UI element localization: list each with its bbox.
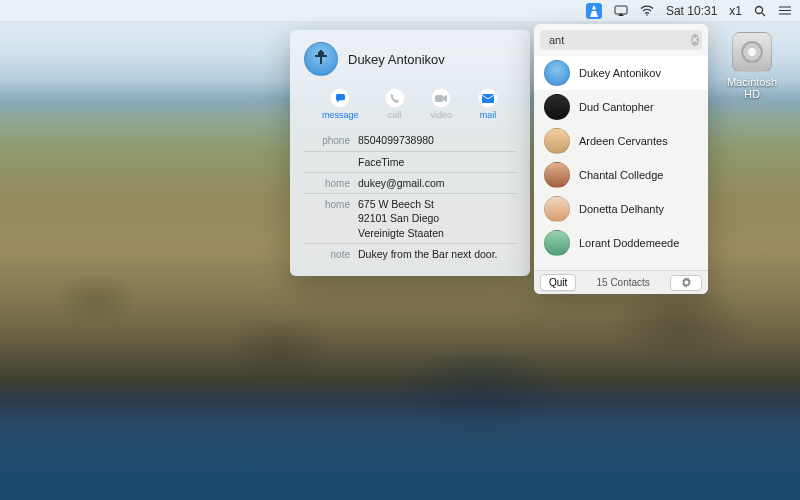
contacts-list: Dukey Antonikov Dud Cantopher Ardeen Cer… (534, 56, 708, 270)
desktop: Sat 10:31 x1 Macintosh HD ✕ Dukey Antoni… (0, 0, 800, 500)
field-label: phone (304, 133, 350, 148)
menubar-clock[interactable]: Sat 10:31 (666, 0, 717, 21)
field-value[interactable]: 675 W Beech St 92101 San Diego Vereinigt… (358, 197, 516, 240)
video-action[interactable]: video (431, 88, 453, 120)
field-row: FaceTime (304, 151, 516, 172)
contacts-popover: ✕ Dukey Antonikov Dud Cantopher Ardeen C… (534, 24, 708, 294)
drive-label: Macintosh HD (720, 76, 784, 100)
field-value[interactable]: Dukey from the Bar next door. (358, 247, 516, 262)
avatar[interactable] (304, 42, 338, 76)
mail-icon (482, 94, 494, 103)
list-item-label: Lorant Doddemeede (579, 237, 679, 249)
contacts-count: 15 Contacts (596, 277, 649, 288)
message-icon (335, 93, 346, 104)
card-header: Dukey Antonikov (304, 42, 516, 76)
field-row: home dukey@gmail.com (304, 172, 516, 194)
contact-name: Dukey Antonikov (348, 52, 445, 67)
avatar (544, 196, 570, 222)
spotlight-icon[interactable] (754, 0, 766, 21)
disk-icon (732, 32, 772, 72)
airplay-icon[interactable] (614, 0, 628, 21)
video-icon (435, 94, 447, 103)
list-item-label: Donetta Delhanty (579, 203, 664, 215)
message-action[interactable]: message (322, 88, 359, 120)
field-row: home 675 W Beech St 92101 San Diego Vere… (304, 193, 516, 243)
menubar-zoom[interactable]: x1 (729, 0, 742, 21)
avatar (544, 230, 570, 256)
card-actions: message call video mail (304, 86, 516, 128)
list-item-label: Dukey Antonikov (579, 67, 661, 79)
settings-button[interactable] (670, 275, 702, 291)
mail-action[interactable]: mail (478, 88, 498, 120)
clear-search-icon[interactable]: ✕ (691, 34, 699, 46)
field-row: note Dukey from the Bar next door. (304, 243, 516, 265)
action-label: video (431, 110, 453, 120)
control-center-icon[interactable] (778, 0, 792, 21)
gear-icon (681, 277, 692, 288)
quit-button[interactable]: Quit (540, 274, 576, 291)
svg-rect-4 (435, 95, 443, 102)
field-value[interactable]: 8504099738980 (358, 133, 516, 148)
list-item[interactable]: Chantal Colledge (534, 158, 708, 192)
field-value[interactable]: dukey@gmail.com (358, 176, 516, 191)
action-label: call (388, 110, 402, 120)
list-item[interactable]: Dud Cantopher (534, 90, 708, 124)
popover-footer: Quit 15 Contacts (534, 270, 708, 294)
field-label: home (304, 197, 350, 240)
phone-icon (389, 93, 400, 104)
list-item-label: Dud Cantopher (579, 101, 654, 113)
avatar (544, 94, 570, 120)
svg-point-2 (756, 6, 763, 13)
field-label: note (304, 247, 350, 262)
desktop-drive[interactable]: Macintosh HD (720, 32, 784, 100)
search-field[interactable]: ✕ (540, 30, 702, 50)
field-value[interactable]: FaceTime (358, 155, 516, 169)
search-input[interactable] (545, 34, 691, 46)
list-item[interactable]: Donetta Delhanty (534, 192, 708, 226)
list-item-label: Ardeen Cervantes (579, 135, 668, 147)
field-label: home (304, 176, 350, 191)
contact-card: Dukey Antonikov message call video mail … (290, 30, 530, 276)
list-item[interactable]: Dukey Antonikov (534, 56, 708, 90)
svg-point-1 (646, 14, 648, 16)
svg-rect-0 (615, 6, 627, 14)
card-fields: phone 8504099738980 FaceTime home dukey@… (304, 130, 516, 264)
action-label: message (322, 110, 359, 120)
call-action[interactable]: call (385, 88, 405, 120)
field-row: phone 8504099738980 (304, 130, 516, 151)
list-item[interactable]: Ardeen Cervantes (534, 124, 708, 158)
wifi-icon[interactable] (640, 0, 654, 21)
avatar (544, 60, 570, 86)
list-item-label: Chantal Colledge (579, 169, 663, 181)
avatar (544, 162, 570, 188)
avatar (544, 128, 570, 154)
action-label: mail (480, 110, 497, 120)
list-item[interactable]: Lorant Doddemeede (534, 226, 708, 260)
field-label (304, 155, 350, 169)
menubar: Sat 10:31 x1 (0, 0, 800, 22)
app-menu-icon[interactable] (586, 3, 602, 19)
